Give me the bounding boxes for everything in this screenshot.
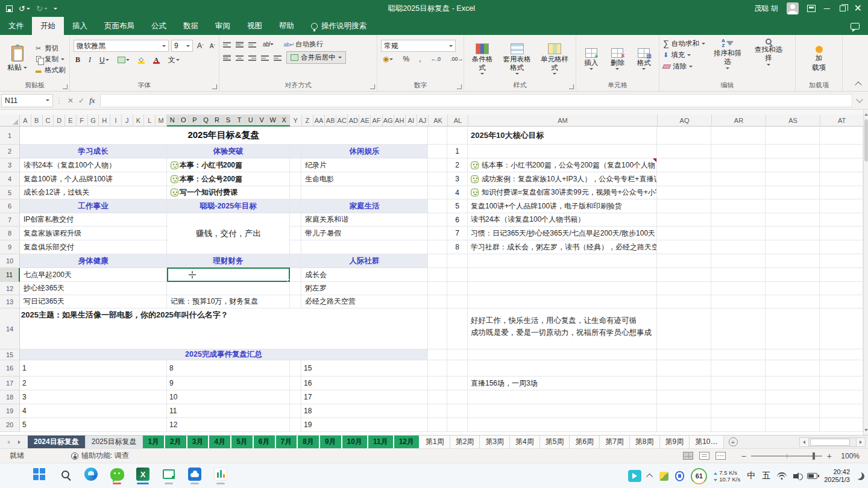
collapse-ribbon-button[interactable] bbox=[855, 81, 861, 88]
cell-al[interactable] bbox=[447, 418, 468, 432]
decrease-font-button[interactable]: Aˇ bbox=[208, 42, 217, 50]
expand-formula-bar-button[interactable] bbox=[856, 96, 863, 102]
row-header-13[interactable]: 13 bbox=[0, 295, 20, 308]
cell[interactable] bbox=[711, 268, 766, 282]
cell[interactable] bbox=[711, 404, 766, 418]
row-header-4[interactable]: 4 bbox=[0, 172, 20, 186]
cell-am[interactable]: 2025年10大核心目标 bbox=[468, 127, 657, 145]
column-header-AF[interactable]: AF bbox=[371, 114, 382, 127]
column-header-AT[interactable]: AT bbox=[820, 114, 864, 127]
cell[interactable] bbox=[428, 199, 447, 213]
cell[interactable]: 成长会 bbox=[301, 268, 428, 282]
cell-al[interactable] bbox=[447, 390, 468, 404]
cell[interactable] bbox=[290, 172, 301, 186]
column-header-H[interactable]: H bbox=[99, 114, 110, 127]
cell[interactable] bbox=[290, 158, 301, 172]
cell-al[interactable] bbox=[447, 377, 468, 390]
sheet-tab-第3周[interactable]: 第3周 bbox=[480, 436, 510, 448]
number-dialog-launcher[interactable] bbox=[457, 84, 462, 89]
cell[interactable] bbox=[711, 295, 766, 308]
cell[interactable] bbox=[657, 199, 711, 213]
cell[interactable] bbox=[301, 186, 428, 199]
menu-tab-帮助[interactable]: 帮助 bbox=[271, 17, 303, 35]
cell[interactable] bbox=[657, 390, 711, 404]
cell[interactable] bbox=[766, 172, 820, 186]
cell[interactable]: 粥左罗 bbox=[301, 282, 428, 295]
accounting-format-button[interactable]: ◉ bbox=[381, 54, 395, 64]
sheet-tab-第10…[interactable]: 第10… bbox=[690, 436, 723, 448]
cell[interactable] bbox=[820, 418, 863, 432]
taskbar-search-button[interactable] bbox=[57, 467, 73, 484]
cell-al[interactable]: 8 bbox=[447, 240, 468, 254]
orientation-button[interactable]: ab̸ bbox=[261, 40, 275, 48]
row-header-8[interactable]: 8 bbox=[0, 227, 20, 240]
row-header-10[interactable]: 10 bbox=[0, 254, 20, 268]
decrease-decimal-button[interactable]: .00→ bbox=[448, 55, 465, 63]
clear-button[interactable]: 清除 bbox=[663, 62, 705, 71]
cell-am[interactable]: 成功案例：复盘家族10人+IP3人），公众号专栏+直播访谈 bbox=[468, 172, 657, 186]
cell[interactable] bbox=[766, 227, 820, 240]
cell[interactable] bbox=[428, 308, 447, 349]
column-header-AA[interactable]: AA bbox=[313, 114, 325, 127]
sheet-tab-5月[interactable]: 5月 bbox=[231, 436, 254, 448]
cell[interactable] bbox=[657, 349, 711, 360]
cell[interactable] bbox=[290, 418, 301, 432]
menu-tab-页面布局[interactable]: 页面布局 bbox=[96, 17, 143, 35]
cell[interactable] bbox=[766, 158, 820, 172]
column-header-A[interactable]: A bbox=[20, 114, 31, 127]
column-header-AB[interactable]: AB bbox=[325, 114, 336, 127]
menu-tab-公式[interactable]: 公式 bbox=[143, 17, 175, 35]
wrap-text-button[interactable]: ab↵自动换行 bbox=[285, 40, 323, 49]
cell[interactable] bbox=[820, 282, 863, 295]
excel-app[interactable]: X bbox=[135, 467, 151, 484]
format-cells-button[interactable]: ▦格式 bbox=[635, 48, 653, 70]
cell-am[interactable] bbox=[468, 268, 657, 282]
cell[interactable]: 5 bbox=[20, 418, 167, 432]
cell-al[interactable] bbox=[447, 268, 468, 282]
clipboard-dialog-launcher[interactable] bbox=[63, 84, 68, 89]
scroll-down-arrow[interactable] bbox=[864, 427, 868, 434]
font-color-button[interactable]: A bbox=[151, 56, 162, 64]
cell[interactable] bbox=[657, 360, 711, 377]
row-header-12[interactable]: 12 bbox=[0, 282, 20, 295]
bold-button[interactable]: B bbox=[74, 55, 82, 65]
cut-button[interactable]: ✂剪切 bbox=[34, 44, 66, 53]
column-header-AD[interactable]: AD bbox=[348, 114, 359, 127]
accessibility-status[interactable]: 辅助功能: 调查 bbox=[71, 451, 129, 461]
find-select-button[interactable]: 查找和选择 bbox=[750, 39, 787, 66]
cell-al[interactable] bbox=[447, 295, 468, 308]
cell[interactable]: 七点早起200天 bbox=[20, 268, 167, 282]
cell[interactable]: 写日记365天 bbox=[20, 295, 167, 308]
decrease-indent-icon[interactable] bbox=[261, 54, 269, 61]
menu-tab-插入[interactable]: 插入 bbox=[64, 17, 96, 35]
column-header-AS[interactable]: AS bbox=[766, 114, 820, 127]
security-shield-icon[interactable] bbox=[675, 471, 684, 481]
selected-cell-N11[interactable] bbox=[167, 267, 290, 282]
sort-filter-button[interactable]: AZ 排序和筛选 bbox=[709, 39, 746, 69]
cell[interactable] bbox=[290, 295, 301, 308]
cell-am[interactable] bbox=[468, 349, 657, 360]
row-header-18[interactable]: 18 bbox=[0, 390, 20, 404]
cell[interactable] bbox=[820, 240, 863, 254]
cell[interactable]: 10 bbox=[167, 390, 290, 404]
cell[interactable] bbox=[711, 360, 766, 377]
cell[interactable]: 本事：公众号200篇 bbox=[167, 172, 290, 186]
cell[interactable]: 11 bbox=[167, 404, 290, 418]
cell-al[interactable]: 2 bbox=[447, 158, 468, 172]
cell[interactable]: 18 bbox=[301, 404, 428, 418]
cell[interactable] bbox=[657, 127, 711, 145]
column-header-C[interactable]: C bbox=[43, 114, 54, 127]
cell-al[interactable] bbox=[447, 404, 468, 418]
ime-layout-indicator[interactable]: 五 bbox=[762, 471, 770, 481]
percent-button[interactable]: % bbox=[401, 54, 411, 64]
vertical-scroll-thumb[interactable] bbox=[864, 119, 868, 161]
sheet-tab-2024目标复盘[interactable]: 2024目标复盘 bbox=[28, 436, 86, 448]
cell[interactable]: 写一个知识付费课 bbox=[167, 186, 290, 199]
cell[interactable] bbox=[428, 268, 447, 282]
cell[interactable]: 本事：小红书200篇 bbox=[167, 158, 290, 172]
cell[interactable] bbox=[657, 145, 711, 158]
cell[interactable] bbox=[711, 254, 766, 268]
cell[interactable]: 4 bbox=[20, 404, 167, 418]
cell-al[interactable] bbox=[447, 282, 468, 295]
zoom-level[interactable]: 100% bbox=[837, 452, 860, 460]
